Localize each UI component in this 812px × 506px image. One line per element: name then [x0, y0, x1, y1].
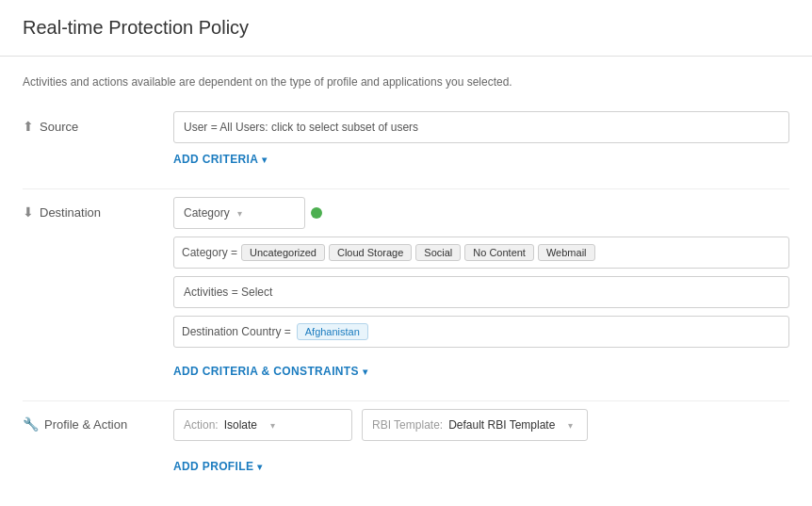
destination-add-criteria-button[interactable]: ADD CRITERIA & CONSTRAINTS ▾: [173, 365, 367, 378]
destination-icon: ⬇: [23, 204, 34, 220]
category-tags-row[interactable]: Category = Uncategorized Cloud Storage S…: [173, 237, 789, 269]
country-tag-afghanistan: Afghanistan: [297, 323, 368, 340]
source-icon: ⬆: [23, 119, 34, 134]
info-text: Activities and actions available are dep…: [23, 75, 789, 89]
page-title: Real-time Protection Policy: [23, 17, 789, 39]
source-section: ⬆ Source User = All Users: click to sele…: [23, 111, 789, 166]
activities-text: Activities = Select: [184, 286, 272, 299]
rbi-template-value: Default RBI Template: [448, 418, 555, 432]
tag-cloud-storage: Cloud Storage: [329, 244, 412, 261]
tag-uncategorized: Uncategorized: [241, 244, 325, 261]
tag-social: Social: [415, 244, 461, 261]
category-chevron-icon: ▾: [237, 208, 242, 219]
source-input-text: User = All Users: click to select subset…: [184, 121, 418, 134]
profile-row: Action: Isolate ▾ RBI Template: Default …: [173, 409, 789, 441]
source-add-criteria-button[interactable]: ADD CRITERIA ▾: [173, 153, 268, 166]
tag-no-content: No Content: [464, 244, 534, 261]
action-label: Action:: [184, 418, 219, 432]
destination-section: ⬇ Destination Category ▾ Category = Unca…: [23, 197, 789, 378]
country-label: Destination Country =: [182, 325, 291, 338]
source-add-criteria-arrow: ▾: [262, 155, 267, 165]
destination-label: ⬇ Destination: [23, 197, 173, 220]
category-select-label: Category: [184, 206, 230, 220]
profile-action-label-text: Profile & Action: [44, 417, 127, 432]
source-label: ⬆ Source: [23, 111, 173, 134]
add-profile-button[interactable]: ADD PROFILE ▾: [173, 460, 789, 473]
rbi-template-select[interactable]: RBI Template: Default RBI Template ▾: [362, 409, 588, 441]
profile-action-section: 🔧 Profile & Action Action: Isolate ▾ RBI…: [23, 409, 789, 473]
tag-webmail: Webmail: [538, 244, 595, 261]
rbi-template-label: RBI Template:: [372, 418, 443, 432]
destination-add-criteria-arrow: ▾: [363, 367, 367, 377]
category-select[interactable]: Category ▾: [173, 197, 305, 229]
divider-2: [23, 400, 789, 401]
green-status-dot: [311, 207, 322, 219]
action-value: Isolate: [224, 418, 257, 432]
country-row[interactable]: Destination Country = Afghanistan: [173, 316, 789, 348]
activities-row[interactable]: Activities = Select: [173, 276, 789, 308]
profile-action-icon: 🔧: [23, 416, 39, 432]
page-content: Activities and actions available are dep…: [0, 57, 812, 506]
category-row: Category ▾: [173, 197, 789, 229]
profile-action-label: 🔧 Profile & Action: [23, 409, 173, 432]
source-content: User = All Users: click to select subset…: [173, 111, 789, 166]
profile-action-content: Action: Isolate ▾ RBI Template: Default …: [173, 409, 789, 473]
source-add-criteria-label: ADD CRITERIA: [173, 153, 258, 166]
add-profile-label: ADD PROFILE: [173, 460, 253, 473]
destination-content: Category ▾ Category = Uncategorized Clou…: [173, 197, 789, 378]
action-chevron-icon: ▾: [270, 420, 275, 431]
rbi-chevron-icon: ▾: [568, 420, 573, 431]
destination-add-criteria-label: ADD CRITERIA & CONSTRAINTS: [173, 365, 359, 378]
divider-1: [23, 188, 789, 189]
action-select[interactable]: Action: Isolate ▾: [173, 409, 352, 441]
page-header: Real-time Protection Policy: [0, 0, 812, 57]
source-input[interactable]: User = All Users: click to select subset…: [173, 111, 789, 143]
category-tags-label: Category =: [182, 246, 237, 259]
add-profile-arrow: ▾: [257, 462, 262, 472]
